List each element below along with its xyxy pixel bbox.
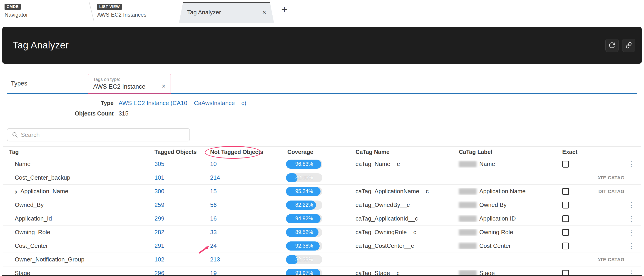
coverage-value: 94.92% (286, 214, 322, 223)
exact-checkbox[interactable] (562, 229, 569, 236)
tab-badge-cmdb: CMDB (4, 4, 21, 10)
tab-tag-analyzer[interactable]: Tag Analyzer × (179, 2, 274, 23)
not-tagged-objects-cell: 10 (207, 160, 284, 168)
tag-name: Cost_Center (15, 242, 48, 249)
coverage-cell: 95.24% (284, 187, 352, 196)
column-header-tagged-objects: Tagged Objects (151, 149, 207, 155)
row-menu-icon[interactable]: ⋮ (628, 201, 635, 209)
catag-name: caTag_OwnedBy__c (352, 201, 456, 208)
table-body: › Name 305 10 96.83% caTag_Name__c Name … (3, 157, 641, 276)
tab-aws-ec2-instances[interactable]: LIST VIEW AWS EC2 Instances (95, 1, 177, 18)
create-catag-button[interactable]: + CREATE CATAG (598, 256, 624, 263)
remove-filter-icon[interactable]: × (162, 83, 165, 89)
active-tab-top-edge (179, 2, 274, 3)
new-tab-button[interactable]: + (281, 3, 287, 16)
not-tagged-objects-link[interactable]: 213 (210, 256, 220, 263)
coverage-bar: 95.24% (286, 187, 322, 196)
tagged-objects-cell: 305 (151, 160, 207, 168)
coverage-bar: 94.92% (286, 214, 322, 223)
type-row: Type AWS EC2 Instance (CA10__CaAwsInstan… (0, 100, 644, 110)
coverage-cell: 92.38% (284, 241, 352, 250)
tagged-objects-link[interactable]: 259 (154, 201, 164, 208)
column-header-coverage: Coverage (284, 149, 352, 155)
tagged-objects-cell: 282 (151, 229, 207, 236)
not-tagged-objects-link[interactable]: 33 (210, 229, 217, 235)
catag-label: Name (479, 160, 495, 168)
edit-catag-button[interactable]: EDIT CATAG (598, 189, 624, 194)
bottom-edge (2, 275, 642, 276)
close-tab-icon[interactable]: × (262, 9, 266, 16)
tag-cell: › Application_Name (3, 188, 151, 195)
actions-cell: + CREATE CATAG ⋮ (598, 256, 641, 263)
tag-cell: › Cost_Center (3, 242, 151, 249)
link-icon (625, 42, 632, 49)
create-catag-button[interactable]: + CREATE CATAG (598, 174, 624, 181)
actions-cell: + CREATE CATAG ⋮ (598, 174, 641, 181)
exact-cell (559, 202, 598, 208)
row-menu-icon[interactable]: ⋮ (628, 229, 635, 236)
tab-cmdb-navigator[interactable]: CMDB Navigator (2, 1, 91, 18)
tagged-objects-link[interactable]: 282 (154, 229, 164, 235)
column-header-tag: Tag (3, 149, 151, 155)
coverage-bar: 89.52% (286, 228, 322, 237)
tags-on-type-chip[interactable]: Tags on type: AWS EC2 Instance × (89, 75, 169, 93)
catag-label: Application ID (479, 215, 516, 222)
not-tagged-objects-link[interactable]: 56 (210, 201, 217, 208)
exact-checkbox[interactable] (562, 161, 569, 168)
table-row: › Cost_Center 291 24 92.38% caTag_CostCe… (3, 239, 641, 253)
type-value-link[interactable]: AWS EC2 Instance (CA10__CaAwsInstance__c… (118, 100, 246, 107)
not-tagged-objects-link[interactable]: 16 (210, 215, 217, 222)
tagged-objects-link[interactable]: 101 (154, 174, 164, 181)
not-tagged-objects-link[interactable]: 10 (210, 160, 217, 167)
exact-cell (559, 188, 598, 195)
coverage-value: 89.52% (286, 228, 322, 237)
tag-name: Name (15, 160, 30, 168)
search-input[interactable] (21, 131, 186, 138)
expand-chevron-icon[interactable]: › (15, 188, 17, 195)
objects-count-value: 315 (118, 110, 128, 117)
catag-label-cell: Application Name (456, 188, 559, 195)
tagged-objects-link[interactable]: 305 (154, 160, 164, 167)
tagged-objects-link[interactable]: 299 (154, 215, 164, 222)
exact-cell (559, 161, 598, 168)
exact-checkbox[interactable] (562, 215, 569, 222)
actions-cell: + ⋮ (598, 201, 641, 209)
catag-label-cell: Cost Center (456, 242, 559, 249)
copy-link-button[interactable] (622, 39, 635, 52)
coverage-bar: 32.38% (286, 255, 322, 264)
row-menu-icon[interactable]: ⋮ (628, 215, 635, 222)
tagged-objects-link[interactable]: 291 (154, 242, 164, 249)
tags-table: Tag Tagged Objects Not Tagged Objects Co… (3, 146, 641, 276)
tagged-objects-link[interactable]: 102 (154, 256, 164, 263)
refresh-button[interactable] (606, 39, 618, 52)
row-menu-icon[interactable]: ⋮ (628, 160, 635, 168)
coverage-value: 92.38% (286, 241, 322, 250)
catag-name: caTag_Name__c (352, 160, 456, 168)
chip-value: AWS EC2 Instance (93, 83, 146, 90)
not-tagged-objects-link[interactable]: 24 (210, 242, 217, 249)
row-menu-icon[interactable]: ⋮ (628, 242, 635, 250)
not-tagged-objects-cell: 213 (207, 256, 284, 263)
table-row: › Owning_Role 282 33 89.52% caTag_Owning… (3, 225, 641, 239)
not-tagged-objects-cell: 15 (207, 188, 284, 195)
coverage-cell: 82.22% (284, 200, 352, 210)
objects-count-row: Objects Count 315 (0, 110, 644, 121)
exact-checkbox[interactable] (562, 188, 569, 195)
tagged-objects-link[interactable]: 300 (154, 188, 164, 195)
actions-cell: + ⋮ (598, 242, 641, 250)
coverage-cell: 96.83% (284, 160, 352, 169)
types-tab[interactable]: Types (11, 80, 27, 87)
exact-checkbox[interactable] (562, 202, 569, 208)
types-section: Types Tags on type: AWS EC2 Instance × (0, 64, 644, 94)
redacted-text (459, 188, 476, 195)
not-tagged-objects-cell: 33 (207, 229, 284, 236)
table-row: › Application_Name 300 15 95.24% caTag_A… (3, 185, 641, 198)
exact-checkbox[interactable] (562, 242, 569, 249)
exact-cell (559, 242, 598, 249)
not-tagged-objects-cell: 214 (207, 174, 284, 181)
coverage-bar: 96.83% (286, 160, 322, 169)
not-tagged-objects-link[interactable]: 214 (210, 174, 220, 181)
coverage-value: 32.38% (286, 255, 322, 264)
not-tagged-objects-link[interactable]: 15 (210, 188, 217, 195)
exact-cell (559, 229, 598, 236)
